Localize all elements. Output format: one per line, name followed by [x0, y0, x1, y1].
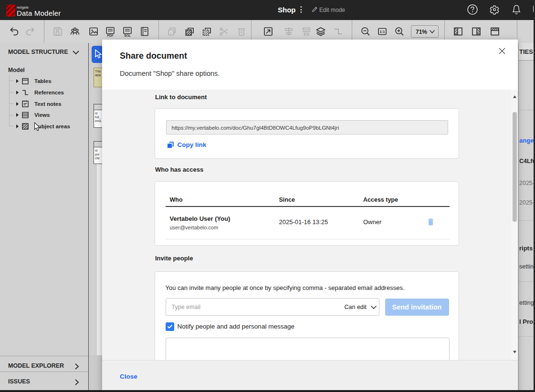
- svg-text:PDF: PDF: [107, 34, 114, 37]
- svg-text:SQL: SQL: [124, 34, 130, 37]
- svg-text:1:1: 1:1: [380, 30, 385, 34]
